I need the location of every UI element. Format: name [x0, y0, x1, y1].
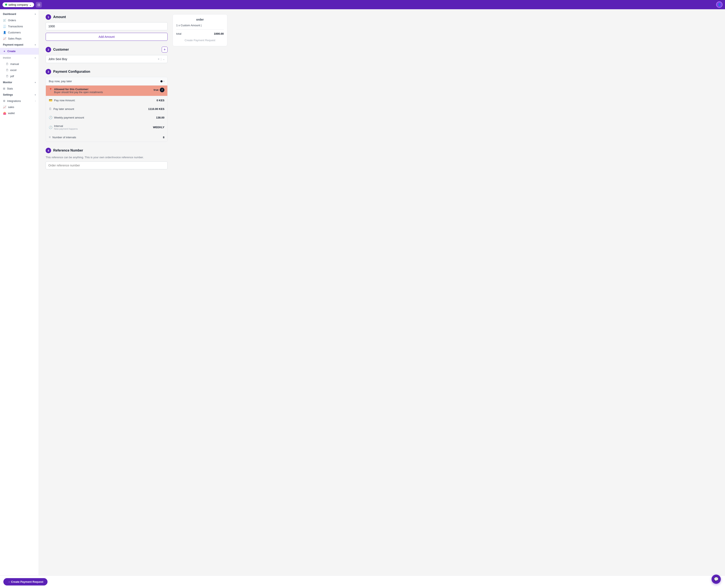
num-intervals-icon: ≡ — [49, 135, 51, 139]
step-3-badge: 3 — [46, 69, 51, 75]
create-label: Create — [7, 50, 16, 53]
stats-label: Stats — [7, 87, 13, 90]
weekly-icon: 🕐 — [49, 116, 52, 119]
sidebar-toggle-icon: ⊟ — [37, 3, 40, 6]
sidebar-item-orders[interactable]: 🛒 Orders — [0, 17, 39, 23]
add-customer-button[interactable]: + — [162, 47, 167, 52]
pdf-label: pdf — [10, 75, 14, 78]
payment-config-label: Payment Configuration — [53, 70, 90, 74]
sidebar-invoice-header[interactable]: invoice ▾ — [0, 55, 39, 61]
pdf-icon: 🗒 — [6, 75, 8, 78]
order-total-label: total — [176, 32, 181, 35]
integrations-expand-icon: › — [35, 100, 36, 102]
config-row-weekly: 🕐 Weekly payment amount 138.00 — [46, 113, 167, 122]
company-name: selling company — [8, 3, 28, 6]
sidebar-item-transactions[interactable]: 🧾 Transactions — [0, 23, 39, 29]
payment-request-label: Payment request — [3, 43, 23, 46]
amount-label: Amount — [53, 15, 66, 19]
monitor-label: Monitor — [3, 81, 12, 84]
customer-section: 2 Customer + John Sevi Boy × | ⌄ — [46, 47, 167, 63]
sidebar-item-sales-reps[interactable]: 📈 Sales Reps — [0, 36, 39, 42]
sidebar-monitor-header[interactable]: Monitor ▾ — [0, 79, 39, 86]
sidebar-item-wallet[interactable]: 👛 wallet — [0, 110, 39, 116]
pay-later-label: Pay later amount — [54, 107, 74, 110]
pay-now-icon: 💳 — [49, 99, 52, 102]
sales-icon: 📈 — [3, 105, 6, 109]
sidebar-payment-request-header[interactable]: Payment request ▾ — [0, 42, 39, 48]
invoice-label: invoice — [3, 56, 11, 59]
customer-dropdown-icon[interactable]: ⌄ — [163, 58, 165, 61]
num-intervals-label: Number of intervals — [52, 136, 76, 139]
config-row-pay-later: 🗓 Pay later amount 1110.00 KES — [46, 105, 167, 113]
customer-select[interactable]: John Sevi Boy × | ⌄ — [46, 55, 167, 63]
step-2-badge: 2 — [46, 47, 51, 52]
create-payment-request-button[interactable]: → Create Payment Request — [3, 578, 47, 586]
sidebar-item-manual[interactable]: 🗒 manual — [0, 61, 39, 67]
reference-label: Reference Number — [53, 149, 83, 152]
customer-label: Customer — [53, 48, 69, 51]
dashboard-label: Dashboard — [3, 13, 16, 16]
stats-icon: ⊞ — [3, 87, 5, 90]
warning-subtitle: Buyer should first pay the open installm… — [54, 91, 152, 94]
config-header-right: ▾ — [160, 80, 164, 82]
order-sidebar: order 1 x Custom Amount | total 1000.00 … — [173, 14, 227, 570]
sidebar-item-customers[interactable]: 👤 Customers — [0, 29, 39, 36]
interval-value: WEEKLY — [153, 126, 164, 129]
sidebar-item-create[interactable]: ＋ Create — [0, 48, 39, 55]
transactions-label: Transactions — [8, 25, 23, 28]
warning-title: Allowed for this Customer: — [54, 88, 152, 91]
order-total-row: total 1000.00 — [176, 32, 224, 35]
payment-config-title: 3 Payment Configuration — [46, 69, 167, 75]
company-status-dot — [5, 4, 7, 6]
pay-now-value: 0 KES — [157, 99, 164, 102]
sidebar-dashboard-header[interactable]: Dashboard ▾ — [0, 11, 39, 17]
sidebar-toggle-button[interactable]: ⊟ — [36, 2, 42, 7]
chat-bubble-button[interactable]: 💬 — [711, 574, 721, 584]
manual-icon: 🗒 — [6, 62, 8, 66]
topbar-right: 👤 — [716, 1, 723, 8]
reference-input[interactable] — [46, 162, 167, 169]
customer-title: 2 Customer — [46, 47, 69, 52]
weekly-label: Weekly payment amount — [54, 116, 84, 119]
content-main: 1 Amount Add Amount 2 Customer — [46, 14, 167, 570]
sidebar-item-excel[interactable]: 🗒 excel — [0, 67, 39, 73]
selected-customer: John Sevi Boy — [48, 57, 67, 61]
topbar-left: selling company ⌄ ⊟ — [2, 2, 42, 7]
step-1-badge: 1 — [46, 14, 51, 20]
info-icon[interactable]: i — [160, 88, 164, 92]
config-dot — [160, 80, 163, 82]
config-row-num-intervals: ≡ Number of intervals 8 — [46, 133, 167, 142]
order-total-value: 1000.00 — [214, 32, 224, 35]
pay-later-value: 1110.00 KES — [148, 107, 164, 110]
sidebar-item-pdf[interactable]: 🗒 pdf — [0, 73, 39, 79]
company-selector[interactable]: selling company ⌄ — [2, 2, 34, 7]
add-amount-button[interactable]: Add Amount — [46, 33, 167, 41]
sidebar-item-stats[interactable]: ⊞ Stats — [0, 86, 39, 92]
orders-icon: 🛒 — [3, 19, 6, 22]
avatar[interactable]: 👤 — [716, 1, 723, 8]
customers-label: Customers — [8, 31, 21, 34]
payment-type-label: Buy now, pay later — [49, 80, 72, 83]
amount-input[interactable] — [46, 22, 167, 30]
select-actions: × | ⌄ — [158, 57, 165, 61]
interval-icon: 🕐 — [49, 126, 52, 129]
clear-customer-icon[interactable]: × — [158, 57, 159, 61]
step-4-badge: 4 — [46, 148, 51, 153]
sales-reps-icon: 📈 — [3, 37, 6, 40]
payment-config-box: Buy now, pay later ▾ 📍 Allowed for this … — [46, 77, 167, 142]
create-payment-link[interactable]: Create Payment Request — [176, 38, 224, 43]
config-dropdown-icon[interactable]: ▾ — [163, 80, 164, 82]
interval-sublabel: New payment happens — [54, 128, 78, 130]
customers-icon: 👤 — [3, 31, 6, 34]
payment-config-section: 3 Payment Configuration Buy now, pay lat… — [46, 69, 167, 142]
sidebar-item-integrations[interactable]: ⚙ Integrations › — [0, 98, 39, 104]
sidebar-item-sales[interactable]: 📈 sales — [0, 104, 39, 110]
reference-title: 4 Reference Number — [46, 148, 167, 153]
weekly-value: 138.00 — [156, 116, 164, 119]
warning-text: Allowed for this Customer: Buyer should … — [54, 88, 152, 94]
topbar: selling company ⌄ ⊟ 👤 — [0, 0, 725, 9]
main-layout: Dashboard ▾ 🛒 Orders 🧾 Transactions 👤 Cu… — [0, 9, 725, 575]
num-intervals-value: 8 — [163, 136, 164, 139]
create-request-label: → Create Payment Request — [7, 580, 43, 583]
sidebar-settings-header[interactable]: Settings ▾ — [0, 92, 39, 98]
